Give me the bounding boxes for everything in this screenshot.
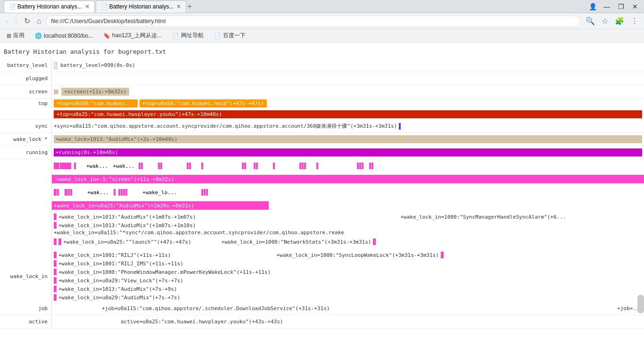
wl-rilj-text: +wake_lock_in=1001:"RILJ"(+11s-+11s) bbox=[58, 252, 171, 258]
bookmark-bar: ⊞ 应用 🌐 localhost:8080/bo... 🔖 hao123_上网从… bbox=[0, 29, 644, 42]
search-button[interactable]: 🔍 bbox=[584, 16, 597, 26]
job-text: +job=u0a115:"com.qihoo.appstore/.schedul… bbox=[102, 305, 330, 312]
t-bar bbox=[60, 163, 71, 169]
title-bar: 📄 Battery Historian analys... ✕ 📄 Batter… bbox=[0, 0, 644, 13]
t-bar bbox=[160, 163, 162, 169]
timeline-label-2 bbox=[0, 186, 52, 199]
wl-audiomix3-text: +wake_lock_in=u0a29:"AudioMix"(+7s-+7s) bbox=[58, 295, 180, 301]
t-bar bbox=[54, 189, 57, 196]
top-bar-2: +top=u0a25:"com.huawei.hwvplayer.youku"(… bbox=[54, 110, 642, 118]
top-bars-row: +top=u0a50:"com.huawei... +top=u0a56:"co… bbox=[54, 99, 642, 107]
t-bar bbox=[189, 163, 191, 169]
plugged-row: plugged bbox=[0, 72, 644, 85]
t-bar bbox=[273, 163, 275, 169]
wl-audiomix2-text: +wake_lock_in=1013:"AudioMix"(+7s-+9s) bbox=[58, 286, 177, 292]
close-button[interactable]: ✕ bbox=[630, 1, 640, 12]
wl-syncloop-text: +wake_lock_in=1000:"SyncLoopWakeLock"(+3… bbox=[276, 252, 438, 258]
bookmark-localhost[interactable]: 🌐 localhost:8080/bo... bbox=[32, 32, 96, 40]
top-bar-1: +top=u0a50:"com.huawei... bbox=[54, 99, 138, 107]
top-bar-1b: +top=u0a56:"com.huawei.hwid"(+47s-+47s) bbox=[140, 99, 267, 107]
t-bar bbox=[316, 163, 318, 169]
t-bar bbox=[204, 189, 206, 196]
wl-text-2: +wake_lock_in=1013:"AudioMix"(+1m07s-+1m… bbox=[58, 222, 196, 229]
top-row: top +top=u0a50:"com.huawei... +top=u0a56… bbox=[0, 99, 644, 120]
bookmark-star[interactable]: ☆ bbox=[600, 16, 610, 26]
t-bar bbox=[302, 163, 304, 169]
t-bar bbox=[256, 163, 258, 169]
settings-button[interactable]: ⋮ bbox=[629, 16, 640, 26]
t-bar bbox=[201, 189, 203, 196]
sync-row: sync +sync=u0a115:"com.qihoo.appstore.ac… bbox=[0, 120, 644, 133]
top-content: +top=u0a50:"com.huawei... +top=u0a56:"co… bbox=[52, 99, 644, 119]
restore-button[interactable]: ❐ bbox=[616, 1, 626, 12]
tab-favicon-1: 📄 bbox=[9, 3, 16, 10]
t-bar bbox=[242, 163, 244, 169]
active-content: active=u0a25:"com.huawei.hwvplayer.youku… bbox=[52, 315, 644, 328]
sync-bar bbox=[399, 123, 401, 130]
audiomix-text: +wake_lock_in=u0a25:"AudioMix"(+2m20s-+8… bbox=[52, 203, 194, 209]
job-row: job +job=u0a115:"com.qihoo.appstore/.sch… bbox=[0, 302, 644, 315]
window-controls: 👤 — ❐ ✕ bbox=[587, 1, 640, 12]
wl-small-bar bbox=[54, 222, 57, 229]
url-box[interactable]: file:///C:/Users/Guan/Desktop/test/batte… bbox=[46, 16, 581, 27]
wl-viewlock-text: +wake_lock_in=u0a29:"View_Lock"(+7s-+7s) bbox=[58, 278, 183, 284]
bookmark-hao123[interactable]: 🔖 hao123_上网从这... bbox=[100, 31, 165, 41]
t-bar bbox=[254, 163, 256, 169]
audiomix-bar-container: +wake_lock_in=u0a25:"AudioMix"(+2m20s-+8… bbox=[52, 201, 644, 210]
wl-small-bar bbox=[54, 214, 57, 220]
reload-button[interactable]: ↻ bbox=[22, 16, 32, 26]
screen-wide-bar: +wake_lock_in=-1:"screen"(+11s-+8m32s) bbox=[52, 175, 644, 183]
minimize-button[interactable]: — bbox=[602, 1, 612, 12]
wl-in-label-1 bbox=[0, 212, 52, 237]
profile-button[interactable]: 👤 bbox=[587, 1, 598, 12]
wide-bar-label bbox=[0, 173, 52, 186]
home-button[interactable]: ⌂ bbox=[35, 16, 43, 26]
address-bar: ‹ › ↻ ⌂ file:///C:/Users/Guan/Desktop/te… bbox=[0, 13, 644, 29]
sync-content: +sync=u0a115:"com.qihoo.appstore.account… bbox=[52, 120, 644, 132]
running-content: +running(0s-+10m48s) bbox=[52, 146, 644, 159]
audiomix-content: +wake_lock_in=u0a25:"AudioMix"(+2m20s-+8… bbox=[52, 199, 644, 212]
t-bar bbox=[372, 163, 373, 169]
running-row: running +running(0s-+10m48s) bbox=[0, 146, 644, 159]
wl-text-1b: +wake_lock_in=1000:"SyncManagerHandleSyn… bbox=[400, 214, 566, 220]
timeline-row-2: +wak... +wake_lo... bbox=[0, 186, 644, 199]
wl-in-content-1: +wake_lock_in=1013:"AudioMix"(+1m07s-+1m… bbox=[52, 212, 644, 237]
wl-audiomix3-row: +wake_lock_in=u0a29:"AudioMix"(+7s-+7s) bbox=[54, 294, 180, 301]
job-label: job bbox=[0, 302, 52, 315]
t-bar bbox=[206, 189, 208, 196]
page-title: Battery Historian analysis for bugreport… bbox=[0, 46, 644, 59]
baidu-icon: 📄 bbox=[214, 33, 221, 39]
scrollbar[interactable] bbox=[637, 295, 644, 313]
wl-phone-text: +wake_lock_in=1000:"PhoneWindowManager.m… bbox=[58, 269, 271, 275]
wl-in-row-3: wake_lock_in +wake_lock_in=1001:"RILJ"(+… bbox=[0, 250, 644, 302]
tab-close-2[interactable]: ✕ bbox=[176, 3, 181, 10]
back-button[interactable]: ‹ bbox=[4, 16, 10, 26]
tab-label-2: Battery Historian analys... bbox=[109, 3, 174, 10]
wl-in-label-2 bbox=[0, 237, 52, 250]
wl-rilj-ims-text: +wake_lock_in=1001:"RILJ_IMS"(+11s-+11s) bbox=[58, 261, 183, 267]
tab-2[interactable]: 📄 Battery Historian analys... ✕ bbox=[96, 0, 187, 13]
top-row-inner: top +top=u0a50:"com.huawei... +top=u0a56… bbox=[0, 99, 644, 119]
t-bar bbox=[68, 189, 70, 196]
wl-in-row-1: +wake_lock_in=1013:"AudioMix"(+1m07s-+1m… bbox=[0, 212, 644, 237]
bookmark-baidu[interactable]: 📄 百度一下 bbox=[211, 31, 248, 41]
wl-small-bar bbox=[54, 269, 57, 275]
top-bar-2-container: +top=u0a25:"com.huawei.hwvplayer.youku"(… bbox=[54, 109, 642, 118]
bookmark-baidu-label: 百度一下 bbox=[223, 32, 246, 40]
bookmark-nav[interactable]: 📄 网址导航 bbox=[169, 31, 206, 41]
t-bar bbox=[299, 163, 301, 169]
audiomix-bar: +wake_lock_in=u0a25:"AudioMix"(+2m20s-+8… bbox=[52, 201, 269, 210]
plugged-content bbox=[52, 72, 644, 85]
tab-1[interactable]: 📄 Battery Historian analys... ✕ bbox=[4, 0, 95, 13]
t-bar bbox=[244, 163, 246, 169]
extensions-button[interactable]: 🧩 bbox=[613, 16, 626, 26]
main-content: Battery Historian analysis for bugreport… bbox=[0, 42, 644, 337]
new-tab-button[interactable]: + bbox=[187, 2, 191, 11]
forward-button[interactable]: › bbox=[13, 16, 19, 26]
timeline-bars-2: +wak... +wake_lo... bbox=[54, 189, 642, 196]
bookmark-apps[interactable]: ⊞ 应用 bbox=[4, 31, 27, 41]
wak-label: +wak... bbox=[86, 163, 108, 169]
t-bar bbox=[74, 163, 76, 169]
tab-close-1[interactable]: ✕ bbox=[85, 3, 90, 10]
nav-icon: 📄 bbox=[172, 33, 179, 39]
